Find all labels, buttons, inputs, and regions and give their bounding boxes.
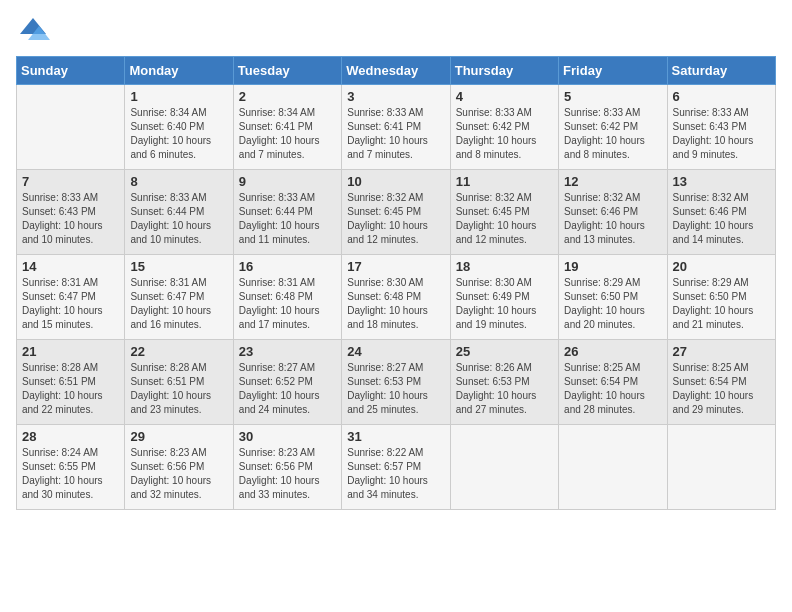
day-number: 1	[130, 89, 227, 104]
calendar-cell: 1 Sunrise: 8:34 AMSunset: 6:40 PMDayligh…	[125, 85, 233, 170]
calendar-cell: 28 Sunrise: 8:24 AMSunset: 6:55 PMDaylig…	[17, 425, 125, 510]
calendar-cell: 7 Sunrise: 8:33 AMSunset: 6:43 PMDayligh…	[17, 170, 125, 255]
day-info: Sunrise: 8:32 AMSunset: 6:45 PMDaylight:…	[456, 191, 553, 247]
calendar-week-3: 14 Sunrise: 8:31 AMSunset: 6:47 PMDaylig…	[17, 255, 776, 340]
day-info: Sunrise: 8:33 AMSunset: 6:44 PMDaylight:…	[130, 191, 227, 247]
calendar-cell: 27 Sunrise: 8:25 AMSunset: 6:54 PMDaylig…	[667, 340, 775, 425]
day-number: 16	[239, 259, 336, 274]
calendar-cell	[559, 425, 667, 510]
calendar-cell	[450, 425, 558, 510]
day-number: 13	[673, 174, 770, 189]
calendar-table: SundayMondayTuesdayWednesdayThursdayFrid…	[16, 56, 776, 510]
day-number: 2	[239, 89, 336, 104]
calendar-cell: 2 Sunrise: 8:34 AMSunset: 6:41 PMDayligh…	[233, 85, 341, 170]
day-number: 23	[239, 344, 336, 359]
calendar-cell: 12 Sunrise: 8:32 AMSunset: 6:46 PMDaylig…	[559, 170, 667, 255]
column-header-wednesday: Wednesday	[342, 57, 450, 85]
calendar-cell: 31 Sunrise: 8:22 AMSunset: 6:57 PMDaylig…	[342, 425, 450, 510]
day-number: 11	[456, 174, 553, 189]
day-number: 22	[130, 344, 227, 359]
calendar-week-1: 1 Sunrise: 8:34 AMSunset: 6:40 PMDayligh…	[17, 85, 776, 170]
page-header	[16, 16, 776, 48]
day-info: Sunrise: 8:32 AMSunset: 6:45 PMDaylight:…	[347, 191, 444, 247]
column-header-sunday: Sunday	[17, 57, 125, 85]
day-number: 17	[347, 259, 444, 274]
day-info: Sunrise: 8:24 AMSunset: 6:55 PMDaylight:…	[22, 446, 119, 502]
day-number: 14	[22, 259, 119, 274]
day-info: Sunrise: 8:30 AMSunset: 6:48 PMDaylight:…	[347, 276, 444, 332]
day-info: Sunrise: 8:29 AMSunset: 6:50 PMDaylight:…	[673, 276, 770, 332]
calendar-cell: 8 Sunrise: 8:33 AMSunset: 6:44 PMDayligh…	[125, 170, 233, 255]
calendar-cell	[667, 425, 775, 510]
day-info: Sunrise: 8:31 AMSunset: 6:47 PMDaylight:…	[22, 276, 119, 332]
day-number: 5	[564, 89, 661, 104]
day-info: Sunrise: 8:27 AMSunset: 6:52 PMDaylight:…	[239, 361, 336, 417]
calendar-week-2: 7 Sunrise: 8:33 AMSunset: 6:43 PMDayligh…	[17, 170, 776, 255]
day-info: Sunrise: 8:33 AMSunset: 6:43 PMDaylight:…	[22, 191, 119, 247]
calendar-cell: 26 Sunrise: 8:25 AMSunset: 6:54 PMDaylig…	[559, 340, 667, 425]
column-header-monday: Monday	[125, 57, 233, 85]
day-info: Sunrise: 8:33 AMSunset: 6:41 PMDaylight:…	[347, 106, 444, 162]
calendar-cell: 24 Sunrise: 8:27 AMSunset: 6:53 PMDaylig…	[342, 340, 450, 425]
day-number: 27	[673, 344, 770, 359]
calendar-cell: 15 Sunrise: 8:31 AMSunset: 6:47 PMDaylig…	[125, 255, 233, 340]
day-info: Sunrise: 8:23 AMSunset: 6:56 PMDaylight:…	[239, 446, 336, 502]
calendar-cell: 22 Sunrise: 8:28 AMSunset: 6:51 PMDaylig…	[125, 340, 233, 425]
day-info: Sunrise: 8:28 AMSunset: 6:51 PMDaylight:…	[22, 361, 119, 417]
day-info: Sunrise: 8:27 AMSunset: 6:53 PMDaylight:…	[347, 361, 444, 417]
day-number: 10	[347, 174, 444, 189]
day-info: Sunrise: 8:23 AMSunset: 6:56 PMDaylight:…	[130, 446, 227, 502]
calendar-cell: 20 Sunrise: 8:29 AMSunset: 6:50 PMDaylig…	[667, 255, 775, 340]
day-number: 30	[239, 429, 336, 444]
day-info: Sunrise: 8:30 AMSunset: 6:49 PMDaylight:…	[456, 276, 553, 332]
calendar-cell: 18 Sunrise: 8:30 AMSunset: 6:49 PMDaylig…	[450, 255, 558, 340]
day-info: Sunrise: 8:31 AMSunset: 6:48 PMDaylight:…	[239, 276, 336, 332]
column-header-tuesday: Tuesday	[233, 57, 341, 85]
calendar-cell: 23 Sunrise: 8:27 AMSunset: 6:52 PMDaylig…	[233, 340, 341, 425]
calendar-cell: 29 Sunrise: 8:23 AMSunset: 6:56 PMDaylig…	[125, 425, 233, 510]
calendar-cell: 14 Sunrise: 8:31 AMSunset: 6:47 PMDaylig…	[17, 255, 125, 340]
day-number: 29	[130, 429, 227, 444]
day-number: 6	[673, 89, 770, 104]
column-header-thursday: Thursday	[450, 57, 558, 85]
day-info: Sunrise: 8:25 AMSunset: 6:54 PMDaylight:…	[673, 361, 770, 417]
calendar-cell: 3 Sunrise: 8:33 AMSunset: 6:41 PMDayligh…	[342, 85, 450, 170]
day-info: Sunrise: 8:33 AMSunset: 6:42 PMDaylight:…	[564, 106, 661, 162]
day-number: 21	[22, 344, 119, 359]
calendar-cell: 13 Sunrise: 8:32 AMSunset: 6:46 PMDaylig…	[667, 170, 775, 255]
calendar-week-4: 21 Sunrise: 8:28 AMSunset: 6:51 PMDaylig…	[17, 340, 776, 425]
day-number: 26	[564, 344, 661, 359]
calendar-cell: 25 Sunrise: 8:26 AMSunset: 6:53 PMDaylig…	[450, 340, 558, 425]
day-info: Sunrise: 8:33 AMSunset: 6:42 PMDaylight:…	[456, 106, 553, 162]
calendar-cell: 11 Sunrise: 8:32 AMSunset: 6:45 PMDaylig…	[450, 170, 558, 255]
calendar-cell: 17 Sunrise: 8:30 AMSunset: 6:48 PMDaylig…	[342, 255, 450, 340]
day-number: 15	[130, 259, 227, 274]
day-number: 18	[456, 259, 553, 274]
day-info: Sunrise: 8:34 AMSunset: 6:40 PMDaylight:…	[130, 106, 227, 162]
calendar-cell: 10 Sunrise: 8:32 AMSunset: 6:45 PMDaylig…	[342, 170, 450, 255]
day-info: Sunrise: 8:33 AMSunset: 6:43 PMDaylight:…	[673, 106, 770, 162]
calendar-cell: 30 Sunrise: 8:23 AMSunset: 6:56 PMDaylig…	[233, 425, 341, 510]
day-number: 20	[673, 259, 770, 274]
day-number: 7	[22, 174, 119, 189]
day-info: Sunrise: 8:28 AMSunset: 6:51 PMDaylight:…	[130, 361, 227, 417]
day-info: Sunrise: 8:22 AMSunset: 6:57 PMDaylight:…	[347, 446, 444, 502]
calendar-cell	[17, 85, 125, 170]
calendar-cell: 5 Sunrise: 8:33 AMSunset: 6:42 PMDayligh…	[559, 85, 667, 170]
calendar-cell: 9 Sunrise: 8:33 AMSunset: 6:44 PMDayligh…	[233, 170, 341, 255]
calendar-week-5: 28 Sunrise: 8:24 AMSunset: 6:55 PMDaylig…	[17, 425, 776, 510]
calendar-cell: 4 Sunrise: 8:33 AMSunset: 6:42 PMDayligh…	[450, 85, 558, 170]
day-number: 24	[347, 344, 444, 359]
day-number: 31	[347, 429, 444, 444]
day-info: Sunrise: 8:29 AMSunset: 6:50 PMDaylight:…	[564, 276, 661, 332]
column-header-friday: Friday	[559, 57, 667, 85]
day-info: Sunrise: 8:26 AMSunset: 6:53 PMDaylight:…	[456, 361, 553, 417]
calendar-cell: 19 Sunrise: 8:29 AMSunset: 6:50 PMDaylig…	[559, 255, 667, 340]
day-number: 19	[564, 259, 661, 274]
day-info: Sunrise: 8:33 AMSunset: 6:44 PMDaylight:…	[239, 191, 336, 247]
day-number: 4	[456, 89, 553, 104]
logo-icon	[16, 16, 50, 48]
logo	[16, 16, 52, 48]
day-number: 25	[456, 344, 553, 359]
day-info: Sunrise: 8:25 AMSunset: 6:54 PMDaylight:…	[564, 361, 661, 417]
